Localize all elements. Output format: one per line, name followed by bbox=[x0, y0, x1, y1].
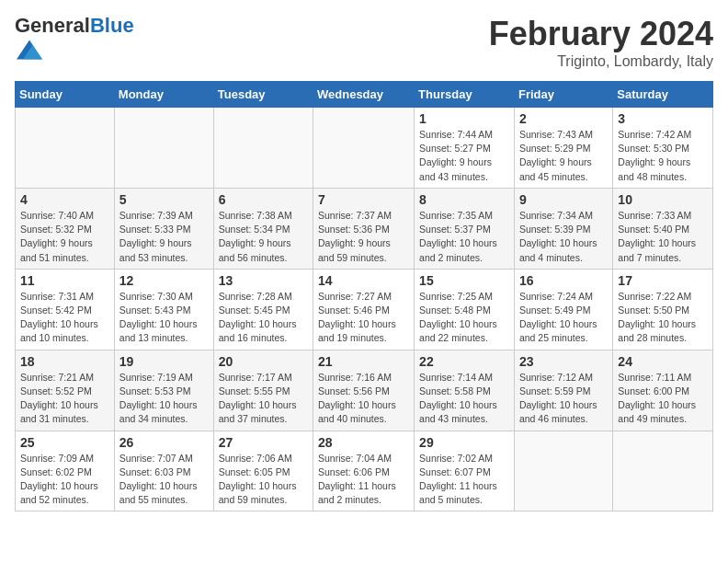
calendar-cell: 22Sunrise: 7:14 AM Sunset: 5:58 PM Dayli… bbox=[415, 350, 515, 431]
calendar-cell: 5Sunrise: 7:39 AM Sunset: 5:33 PM Daylig… bbox=[114, 188, 213, 269]
day-number: 20 bbox=[219, 354, 308, 369]
calendar-header: SundayMondayTuesdayWednesdayThursdayFrid… bbox=[16, 82, 713, 108]
calendar-cell: 14Sunrise: 7:27 AM Sunset: 5:46 PM Dayli… bbox=[313, 269, 415, 350]
calendar-cell: 20Sunrise: 7:17 AM Sunset: 5:55 PM Dayli… bbox=[213, 350, 313, 431]
calendar-cell: 8Sunrise: 7:35 AM Sunset: 5:37 PM Daylig… bbox=[415, 188, 515, 269]
day-number: 10 bbox=[618, 192, 708, 207]
header-thursday: Thursday bbox=[415, 82, 515, 108]
calendar-cell: 12Sunrise: 7:30 AM Sunset: 5:43 PM Dayli… bbox=[114, 269, 213, 350]
calendar-cell bbox=[16, 108, 115, 189]
header-sunday: Sunday bbox=[16, 82, 115, 108]
calendar-cell: 16Sunrise: 7:24 AM Sunset: 5:49 PM Dayli… bbox=[514, 269, 612, 350]
day-info: Sunrise: 7:44 AM Sunset: 5:27 PM Dayligh… bbox=[419, 128, 509, 184]
calendar-table: SundayMondayTuesdayWednesdayThursdayFrid… bbox=[15, 81, 713, 511]
header-monday: Monday bbox=[114, 82, 213, 108]
title-block: February 2024 Triginto, Lombardy, Italy bbox=[489, 15, 713, 70]
day-info: Sunrise: 7:40 AM Sunset: 5:32 PM Dayligh… bbox=[20, 209, 109, 265]
day-number: 12 bbox=[119, 273, 209, 288]
day-info: Sunrise: 7:07 AM Sunset: 6:03 PM Dayligh… bbox=[119, 452, 209, 508]
week-row-0: 1Sunrise: 7:44 AM Sunset: 5:27 PM Daylig… bbox=[16, 108, 713, 189]
day-number: 18 bbox=[20, 354, 109, 369]
logo: GeneralBlue bbox=[15, 15, 134, 66]
day-info: Sunrise: 7:25 AM Sunset: 5:48 PM Dayligh… bbox=[419, 290, 509, 346]
day-info: Sunrise: 7:04 AM Sunset: 6:06 PM Dayligh… bbox=[318, 452, 409, 508]
day-number: 7 bbox=[318, 192, 409, 207]
day-info: Sunrise: 7:30 AM Sunset: 5:43 PM Dayligh… bbox=[119, 290, 209, 346]
day-info: Sunrise: 7:24 AM Sunset: 5:49 PM Dayligh… bbox=[519, 290, 608, 346]
day-number: 19 bbox=[119, 354, 209, 369]
calendar-cell: 23Sunrise: 7:12 AM Sunset: 5:59 PM Dayli… bbox=[514, 350, 612, 431]
day-number: 29 bbox=[419, 435, 509, 450]
week-row-3: 18Sunrise: 7:21 AM Sunset: 5:52 PM Dayli… bbox=[16, 350, 713, 431]
header-saturday: Saturday bbox=[613, 82, 713, 108]
location-subtitle: Triginto, Lombardy, Italy bbox=[489, 53, 713, 70]
day-info: Sunrise: 7:42 AM Sunset: 5:30 PM Dayligh… bbox=[618, 128, 708, 184]
day-info: Sunrise: 7:06 AM Sunset: 6:05 PM Dayligh… bbox=[219, 452, 308, 508]
week-row-4: 25Sunrise: 7:09 AM Sunset: 6:02 PM Dayli… bbox=[16, 431, 713, 511]
day-number: 21 bbox=[318, 354, 409, 369]
day-number: 9 bbox=[519, 192, 608, 207]
day-info: Sunrise: 7:02 AM Sunset: 6:07 PM Dayligh… bbox=[419, 452, 509, 508]
day-number: 3 bbox=[618, 111, 708, 126]
calendar-cell bbox=[514, 431, 612, 511]
day-number: 11 bbox=[20, 273, 109, 288]
day-number: 23 bbox=[519, 354, 608, 369]
header-wednesday: Wednesday bbox=[313, 82, 415, 108]
day-number: 6 bbox=[219, 192, 308, 207]
day-number: 28 bbox=[318, 435, 409, 450]
day-number: 16 bbox=[519, 273, 608, 288]
calendar-cell: 18Sunrise: 7:21 AM Sunset: 5:52 PM Dayli… bbox=[16, 350, 115, 431]
calendar-cell: 13Sunrise: 7:28 AM Sunset: 5:45 PM Dayli… bbox=[213, 269, 313, 350]
calendar-cell: 11Sunrise: 7:31 AM Sunset: 5:42 PM Dayli… bbox=[16, 269, 115, 350]
logo-blue-text: Blue bbox=[90, 14, 134, 37]
calendar-cell bbox=[313, 108, 415, 189]
calendar-cell: 3Sunrise: 7:42 AM Sunset: 5:30 PM Daylig… bbox=[613, 108, 713, 189]
calendar-cell: 25Sunrise: 7:09 AM Sunset: 6:02 PM Dayli… bbox=[16, 431, 115, 511]
day-number: 14 bbox=[318, 273, 409, 288]
calendar-cell: 29Sunrise: 7:02 AM Sunset: 6:07 PM Dayli… bbox=[415, 431, 515, 511]
day-info: Sunrise: 7:21 AM Sunset: 5:52 PM Dayligh… bbox=[20, 371, 109, 427]
calendar-cell: 21Sunrise: 7:16 AM Sunset: 5:56 PM Dayli… bbox=[313, 350, 415, 431]
calendar-cell bbox=[114, 108, 213, 189]
calendar-cell: 26Sunrise: 7:07 AM Sunset: 6:03 PM Dayli… bbox=[114, 431, 213, 511]
day-info: Sunrise: 7:33 AM Sunset: 5:40 PM Dayligh… bbox=[618, 209, 708, 265]
day-info: Sunrise: 7:12 AM Sunset: 5:59 PM Dayligh… bbox=[519, 371, 608, 427]
calendar-cell bbox=[213, 108, 313, 189]
main-title: February 2024 bbox=[489, 15, 713, 53]
page-header: GeneralBlue February 2024 Triginto, Lomb… bbox=[15, 15, 713, 70]
week-row-1: 4Sunrise: 7:40 AM Sunset: 5:32 PM Daylig… bbox=[16, 188, 713, 269]
day-number: 24 bbox=[618, 354, 708, 369]
day-info: Sunrise: 7:28 AM Sunset: 5:45 PM Dayligh… bbox=[219, 290, 308, 346]
day-number: 2 bbox=[519, 111, 608, 126]
calendar-cell: 4Sunrise: 7:40 AM Sunset: 5:32 PM Daylig… bbox=[16, 188, 115, 269]
day-info: Sunrise: 7:43 AM Sunset: 5:29 PM Dayligh… bbox=[519, 128, 608, 184]
day-info: Sunrise: 7:16 AM Sunset: 5:56 PM Dayligh… bbox=[318, 371, 409, 427]
calendar-cell: 7Sunrise: 7:37 AM Sunset: 5:36 PM Daylig… bbox=[313, 188, 415, 269]
day-info: Sunrise: 7:19 AM Sunset: 5:53 PM Dayligh… bbox=[119, 371, 209, 427]
day-info: Sunrise: 7:11 AM Sunset: 6:00 PM Dayligh… bbox=[618, 371, 708, 427]
day-info: Sunrise: 7:37 AM Sunset: 5:36 PM Dayligh… bbox=[318, 209, 409, 265]
day-number: 13 bbox=[219, 273, 308, 288]
day-number: 8 bbox=[419, 192, 509, 207]
day-number: 5 bbox=[119, 192, 209, 207]
calendar-cell: 17Sunrise: 7:22 AM Sunset: 5:50 PM Dayli… bbox=[613, 269, 713, 350]
calendar-cell: 27Sunrise: 7:06 AM Sunset: 6:05 PM Dayli… bbox=[213, 431, 313, 511]
calendar-cell: 9Sunrise: 7:34 AM Sunset: 5:39 PM Daylig… bbox=[514, 188, 612, 269]
day-info: Sunrise: 7:27 AM Sunset: 5:46 PM Dayligh… bbox=[318, 290, 409, 346]
logo-general-text: General bbox=[15, 14, 90, 37]
calendar-cell: 28Sunrise: 7:04 AM Sunset: 6:06 PM Dayli… bbox=[313, 431, 415, 511]
header-friday: Friday bbox=[514, 82, 612, 108]
day-number: 1 bbox=[419, 111, 509, 126]
calendar-cell bbox=[613, 431, 713, 511]
day-number: 22 bbox=[419, 354, 509, 369]
calendar-cell: 6Sunrise: 7:38 AM Sunset: 5:34 PM Daylig… bbox=[213, 188, 313, 269]
calendar-cell: 24Sunrise: 7:11 AM Sunset: 6:00 PM Dayli… bbox=[613, 350, 713, 431]
calendar-cell: 19Sunrise: 7:19 AM Sunset: 5:53 PM Dayli… bbox=[114, 350, 213, 431]
week-row-2: 11Sunrise: 7:31 AM Sunset: 5:42 PM Dayli… bbox=[16, 269, 713, 350]
day-info: Sunrise: 7:22 AM Sunset: 5:50 PM Dayligh… bbox=[618, 290, 708, 346]
day-number: 4 bbox=[20, 192, 109, 207]
day-number: 27 bbox=[219, 435, 308, 450]
day-number: 15 bbox=[419, 273, 509, 288]
day-info: Sunrise: 7:38 AM Sunset: 5:34 PM Dayligh… bbox=[219, 209, 308, 265]
calendar-cell: 1Sunrise: 7:44 AM Sunset: 5:27 PM Daylig… bbox=[415, 108, 515, 189]
